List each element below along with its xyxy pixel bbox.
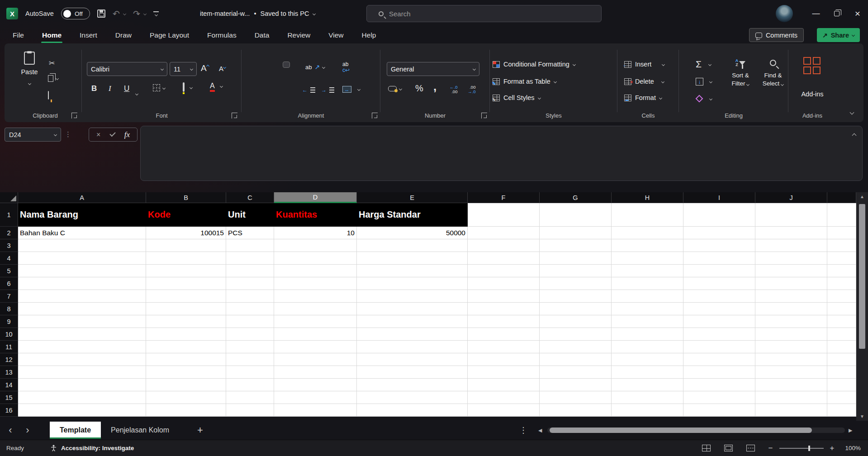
tab-formulas[interactable]: Formulas: [206, 28, 237, 42]
cell-J14[interactable]: [755, 379, 827, 391]
cell-J7[interactable]: [755, 290, 827, 303]
new-sheet-button[interactable]: +: [197, 424, 203, 436]
cell-G6[interactable]: [540, 277, 612, 290]
cell-J9[interactable]: [755, 315, 827, 328]
column-header-F[interactable]: F: [468, 192, 540, 203]
format-painter-button[interactable]: [48, 91, 49, 100]
merge-center-button[interactable]: ↔: [342, 86, 360, 93]
cell-D5[interactable]: [274, 265, 357, 277]
cell-partial-8[interactable]: [827, 303, 856, 315]
cell-B9[interactable]: [146, 315, 226, 328]
cell-G12[interactable]: [540, 353, 612, 366]
font-color-button[interactable]: A: [210, 82, 223, 90]
column-header-I[interactable]: I: [683, 192, 755, 203]
bold-button[interactable]: B: [91, 84, 97, 93]
cell-A13[interactable]: [18, 366, 146, 379]
close-button[interactable]: ×: [847, 0, 868, 27]
cell-B10[interactable]: [146, 328, 226, 341]
cell-E12[interactable]: [357, 353, 468, 366]
cell-C7[interactable]: [226, 290, 274, 303]
cell-J10[interactable]: [755, 328, 827, 341]
tab-insert[interactable]: Insert: [79, 28, 98, 42]
orientation-button[interactable]: ab↗: [305, 63, 325, 71]
zoom-out-button[interactable]: −: [768, 444, 773, 453]
cell-H8[interactable]: [612, 303, 683, 315]
select-all-corner[interactable]: [0, 192, 18, 203]
name-box-splitter[interactable]: ⋮: [65, 130, 71, 138]
cell-F5[interactable]: [468, 265, 540, 277]
cell-D3[interactable]: [274, 239, 357, 252]
italic-button[interactable]: I: [109, 84, 111, 93]
cell-G9[interactable]: [540, 315, 612, 328]
cell-J16[interactable]: [755, 404, 827, 417]
cell-E8[interactable]: [357, 303, 468, 315]
cell-B8[interactable]: [146, 303, 226, 315]
cell-E4[interactable]: [357, 252, 468, 265]
cell-partial-10[interactable]: [827, 328, 856, 341]
collapse-formula-bar-button[interactable]: [853, 131, 856, 139]
cell-partial-1[interactable]: [827, 203, 856, 227]
cell-J2[interactable]: [755, 227, 827, 239]
row-header-6[interactable]: 6: [0, 277, 18, 290]
cell-E11[interactable]: [357, 341, 468, 353]
cell-B15[interactable]: [146, 391, 226, 404]
alignment-dialog-launcher-icon[interactable]: [372, 113, 378, 119]
cell-J12[interactable]: [755, 353, 827, 366]
cell-D9[interactable]: [274, 315, 357, 328]
cell-G2[interactable]: [540, 227, 612, 239]
scroll-up-icon[interactable]: ▲: [860, 194, 864, 199]
enter-check-icon[interactable]: [109, 131, 115, 137]
row-header-9[interactable]: 9: [0, 315, 18, 328]
number-format-combo[interactable]: General: [387, 62, 479, 76]
column-header-C[interactable]: C: [226, 192, 274, 203]
restore-button[interactable]: [826, 0, 847, 27]
cell-partial-9[interactable]: [827, 315, 856, 328]
horizontal-scroll-thumb[interactable]: [550, 428, 812, 433]
sheet-tab-template[interactable]: Template: [50, 422, 101, 439]
accounting-format-button[interactable]: [388, 86, 402, 91]
horizontal-scrollbar[interactable]: [547, 428, 845, 433]
cell-I10[interactable]: [683, 328, 755, 341]
column-header-A[interactable]: A: [18, 192, 146, 203]
row-header-1[interactable]: 1: [0, 203, 18, 227]
cell-B13[interactable]: [146, 366, 226, 379]
cell-B4[interactable]: [146, 252, 226, 265]
cell-H2[interactable]: [612, 227, 683, 239]
format-as-table-button[interactable]: ✎ Format as Table: [493, 75, 556, 88]
cell-A1[interactable]: Nama Barang: [18, 203, 146, 227]
cell-F6[interactable]: [468, 277, 540, 290]
cell-F14[interactable]: [468, 379, 540, 391]
cell-H16[interactable]: [612, 404, 683, 417]
cell-B14[interactable]: [146, 379, 226, 391]
cell-I13[interactable]: [683, 366, 755, 379]
cell-A9[interactable]: [18, 315, 146, 328]
cell-H11[interactable]: [612, 341, 683, 353]
zoom-level[interactable]: 100%: [845, 445, 861, 451]
cell-F3[interactable]: [468, 239, 540, 252]
sheet-options-kebab[interactable]: ⋮: [519, 425, 527, 435]
cell-B16[interactable]: [146, 404, 226, 417]
cell-A11[interactable]: [18, 341, 146, 353]
save-icon[interactable]: [97, 10, 105, 18]
cell-H14[interactable]: [612, 379, 683, 391]
column-header-partial[interactable]: [827, 192, 856, 203]
cell-C11[interactable]: [226, 341, 274, 353]
cell-E14[interactable]: [357, 379, 468, 391]
insert-function-button[interactable]: fx: [124, 130, 130, 139]
cell-C14[interactable]: [226, 379, 274, 391]
cell-I14[interactable]: [683, 379, 755, 391]
cell-J1[interactable]: [755, 203, 827, 227]
column-header-B[interactable]: B: [146, 192, 226, 203]
fill-color-button[interactable]: [183, 83, 192, 91]
borders-button[interactable]: [153, 84, 165, 91]
cell-C12[interactable]: [226, 353, 274, 366]
cell-H10[interactable]: [612, 328, 683, 341]
name-box[interactable]: D24: [5, 128, 61, 142]
page-layout-view-button[interactable]: [724, 445, 733, 451]
row-header-14[interactable]: 14: [0, 379, 18, 391]
cell-E10[interactable]: [357, 328, 468, 341]
next-sheet-button[interactable]: ›: [17, 424, 38, 436]
tab-draw[interactable]: Draw: [114, 28, 133, 42]
undo-button[interactable]: ↶: [113, 9, 126, 19]
cell-F2[interactable]: [468, 227, 540, 239]
